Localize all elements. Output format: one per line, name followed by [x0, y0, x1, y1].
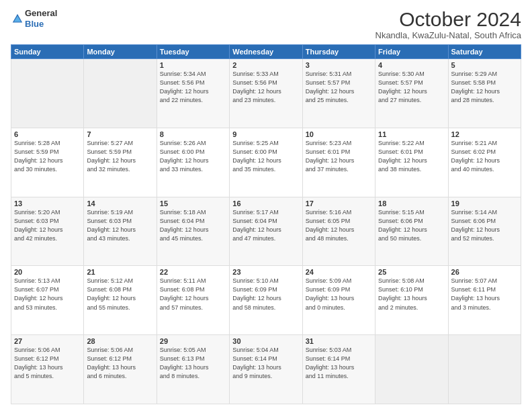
page: General Blue October 2024 Nkandla, KwaZu… [0, 0, 532, 411]
day-number: 1 [160, 61, 226, 69]
day-number: 24 [306, 268, 372, 276]
day-number: 4 [378, 61, 445, 69]
calendar-day-cell: 30Sunrise: 5:04 AM Sunset: 6:14 PM Dayli… [230, 335, 302, 404]
day-detail: Sunrise: 5:06 AM Sunset: 6:12 PM Dayligh… [87, 346, 153, 381]
day-detail: Sunrise: 5:18 AM Sunset: 6:04 PM Dayligh… [160, 208, 226, 243]
day-detail: Sunrise: 5:16 AM Sunset: 6:05 PM Dayligh… [306, 208, 372, 243]
calendar-day-cell: 15Sunrise: 5:18 AM Sunset: 6:04 PM Dayli… [157, 197, 229, 266]
calendar-day-cell: 24Sunrise: 5:09 AM Sunset: 6:09 PM Dayli… [302, 266, 375, 335]
day-number: 31 [306, 337, 372, 345]
day-number: 21 [87, 268, 153, 276]
calendar-day-cell: 10Sunrise: 5:23 AM Sunset: 6:01 PM Dayli… [302, 128, 375, 197]
calendar-day-cell: 9Sunrise: 5:25 AM Sunset: 6:00 PM Daylig… [230, 128, 302, 197]
logo: General Blue [11, 8, 57, 29]
header-row: SundayMondayTuesdayWednesdayThursdayFrid… [11, 45, 521, 59]
day-detail: Sunrise: 5:15 AM Sunset: 6:06 PM Dayligh… [378, 208, 445, 243]
day-number: 6 [14, 130, 81, 138]
day-number: 3 [306, 61, 372, 69]
calendar-day-cell: 2Sunrise: 5:33 AM Sunset: 5:56 PM Daylig… [230, 59, 302, 128]
day-detail: Sunrise: 5:27 AM Sunset: 5:59 PM Dayligh… [87, 139, 153, 174]
calendar-day-cell: 8Sunrise: 5:26 AM Sunset: 6:00 PM Daylig… [157, 128, 229, 197]
day-detail: Sunrise: 5:22 AM Sunset: 6:01 PM Dayligh… [378, 139, 445, 174]
day-number: 7 [87, 130, 153, 138]
calendar-day-cell: 19Sunrise: 5:14 AM Sunset: 6:06 PM Dayli… [448, 197, 521, 266]
calendar-week-row: 20Sunrise: 5:13 AM Sunset: 6:07 PM Dayli… [11, 266, 521, 335]
calendar-week-row: 6Sunrise: 5:28 AM Sunset: 5:59 PM Daylig… [11, 128, 521, 197]
day-detail: Sunrise: 5:31 AM Sunset: 5:57 PM Dayligh… [306, 70, 372, 105]
day-number: 26 [451, 268, 518, 276]
day-detail: Sunrise: 5:33 AM Sunset: 5:56 PM Dayligh… [232, 70, 299, 105]
day-detail: Sunrise: 5:17 AM Sunset: 6:04 PM Dayligh… [232, 208, 299, 243]
day-number: 27 [14, 337, 81, 345]
day-number: 12 [451, 130, 518, 138]
header: General Blue October 2024 Nkandla, KwaZu… [11, 8, 521, 40]
calendar-day-cell: 31Sunrise: 5:03 AM Sunset: 6:14 PM Dayli… [302, 335, 375, 404]
location: Nkandla, KwaZulu-Natal, South Africa [375, 30, 522, 40]
header-day: Tuesday [157, 45, 229, 59]
calendar-day-cell [448, 335, 521, 404]
day-number: 18 [378, 199, 445, 208]
day-detail: Sunrise: 5:28 AM Sunset: 5:59 PM Dayligh… [14, 139, 81, 174]
calendar-day-cell: 3Sunrise: 5:31 AM Sunset: 5:57 PM Daylig… [302, 59, 375, 128]
day-detail: Sunrise: 5:29 AM Sunset: 5:58 PM Dayligh… [451, 70, 518, 105]
day-number: 13 [14, 199, 81, 208]
header-day: Monday [84, 45, 157, 59]
day-number: 28 [87, 337, 153, 345]
day-detail: Sunrise: 5:21 AM Sunset: 6:02 PM Dayligh… [451, 139, 518, 174]
day-number: 30 [232, 337, 299, 345]
day-number: 2 [232, 61, 299, 69]
day-detail: Sunrise: 5:06 AM Sunset: 6:12 PM Dayligh… [14, 346, 81, 381]
day-detail: Sunrise: 5:04 AM Sunset: 6:14 PM Dayligh… [232, 346, 299, 381]
day-number: 20 [14, 268, 81, 276]
day-number: 10 [306, 130, 372, 138]
calendar-day-cell: 26Sunrise: 5:07 AM Sunset: 6:11 PM Dayli… [448, 266, 521, 335]
calendar-day-cell: 5Sunrise: 5:29 AM Sunset: 5:58 PM Daylig… [448, 59, 521, 128]
day-number: 14 [87, 199, 153, 208]
calendar-day-cell: 14Sunrise: 5:19 AM Sunset: 6:03 PM Dayli… [84, 197, 157, 266]
calendar-week-row: 1Sunrise: 5:34 AM Sunset: 5:56 PM Daylig… [11, 59, 521, 128]
calendar-day-cell: 6Sunrise: 5:28 AM Sunset: 5:59 PM Daylig… [11, 128, 84, 197]
day-number: 25 [378, 268, 445, 276]
calendar-table: SundayMondayTuesdayWednesdayThursdayFrid… [11, 44, 521, 404]
day-detail: Sunrise: 5:13 AM Sunset: 6:07 PM Dayligh… [14, 277, 81, 312]
day-number: 23 [232, 268, 299, 276]
header-day: Thursday [302, 45, 375, 59]
title-block: October 2024 Nkandla, KwaZulu-Natal, Sou… [375, 8, 522, 40]
calendar-day-cell: 4Sunrise: 5:30 AM Sunset: 5:57 PM Daylig… [375, 59, 448, 128]
calendar-day-cell [84, 59, 157, 128]
calendar-day-cell: 16Sunrise: 5:17 AM Sunset: 6:04 PM Dayli… [230, 197, 302, 266]
day-detail: Sunrise: 5:26 AM Sunset: 6:00 PM Dayligh… [160, 139, 226, 174]
logo-text: General Blue [25, 8, 57, 29]
calendar-day-cell: 20Sunrise: 5:13 AM Sunset: 6:07 PM Dayli… [11, 266, 84, 335]
calendar-day-cell: 28Sunrise: 5:06 AM Sunset: 6:12 PM Dayli… [84, 335, 157, 404]
day-detail: Sunrise: 5:11 AM Sunset: 6:08 PM Dayligh… [160, 277, 226, 312]
day-number: 5 [451, 61, 518, 69]
calendar-day-cell: 22Sunrise: 5:11 AM Sunset: 6:08 PM Dayli… [157, 266, 229, 335]
calendar-day-cell: 11Sunrise: 5:22 AM Sunset: 6:01 PM Dayli… [375, 128, 448, 197]
calendar-week-row: 27Sunrise: 5:06 AM Sunset: 6:12 PM Dayli… [11, 335, 521, 404]
day-detail: Sunrise: 5:08 AM Sunset: 6:10 PM Dayligh… [378, 277, 445, 312]
logo-general: General [25, 8, 57, 18]
calendar-day-cell: 12Sunrise: 5:21 AM Sunset: 6:02 PM Dayli… [448, 128, 521, 197]
day-number: 19 [451, 199, 518, 208]
day-number: 16 [232, 199, 299, 208]
calendar-day-cell: 23Sunrise: 5:10 AM Sunset: 6:09 PM Dayli… [230, 266, 302, 335]
calendar-week-row: 13Sunrise: 5:20 AM Sunset: 6:03 PM Dayli… [11, 197, 521, 266]
day-number: 15 [160, 199, 226, 208]
calendar-day-cell: 25Sunrise: 5:08 AM Sunset: 6:10 PM Dayli… [375, 266, 448, 335]
calendar-day-cell: 27Sunrise: 5:06 AM Sunset: 6:12 PM Dayli… [11, 335, 84, 404]
logo-blue: Blue [25, 19, 44, 29]
day-number: 9 [232, 130, 299, 138]
day-detail: Sunrise: 5:10 AM Sunset: 6:09 PM Dayligh… [232, 277, 299, 312]
calendar-day-cell: 17Sunrise: 5:16 AM Sunset: 6:05 PM Dayli… [302, 197, 375, 266]
calendar-day-cell [11, 59, 84, 128]
day-detail: Sunrise: 5:07 AM Sunset: 6:11 PM Dayligh… [451, 277, 518, 312]
day-detail: Sunrise: 5:14 AM Sunset: 6:06 PM Dayligh… [451, 208, 518, 243]
calendar-day-cell: 13Sunrise: 5:20 AM Sunset: 6:03 PM Dayli… [11, 197, 84, 266]
calendar-day-cell: 29Sunrise: 5:05 AM Sunset: 6:13 PM Dayli… [157, 335, 229, 404]
day-detail: Sunrise: 5:20 AM Sunset: 6:03 PM Dayligh… [14, 208, 81, 243]
month-title: October 2024 [375, 8, 522, 30]
day-detail: Sunrise: 5:12 AM Sunset: 6:08 PM Dayligh… [87, 277, 153, 312]
day-number: 29 [160, 337, 226, 345]
day-number: 17 [306, 199, 372, 208]
